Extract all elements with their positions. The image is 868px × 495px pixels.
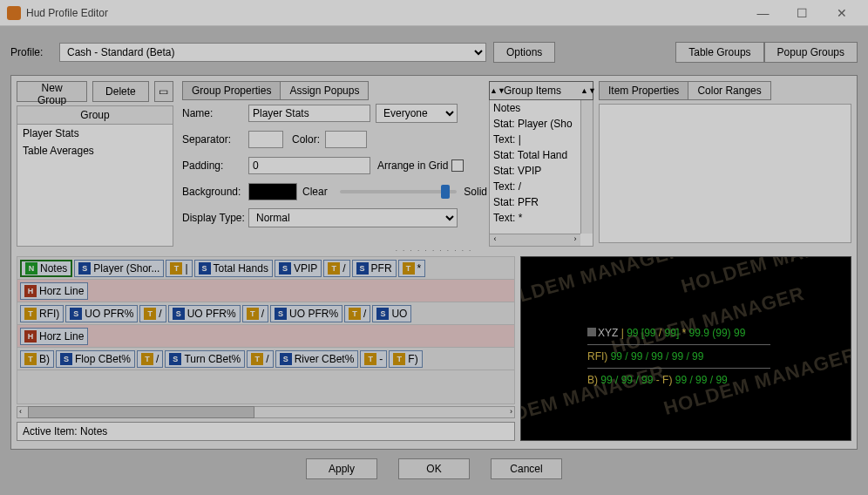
new-group-button[interactable]: New Group	[17, 81, 87, 102]
builder-chip[interactable]: T/	[139, 305, 166, 322]
builder-chip[interactable]: SFlop CBet%	[56, 350, 135, 368]
chip-type-icon: S	[275, 308, 287, 320]
sort-icon[interactable]: ▲▼	[490, 86, 502, 95]
chip-label: Notes	[40, 262, 67, 275]
cancel-button[interactable]: Cancel	[491, 458, 562, 479]
arrange-checkbox[interactable]	[451, 159, 464, 172]
builder-chip[interactable]: T/	[344, 305, 370, 322]
apply-button[interactable]: Apply	[306, 458, 377, 479]
padding-input[interactable]	[248, 157, 370, 174]
chip-label: UO PFR%	[85, 308, 133, 320]
display-type-label: Display Type:	[182, 212, 248, 224]
sort-icon-r[interactable]: ▲▼	[580, 86, 593, 95]
group-item[interactable]: Stat: VPIP	[490, 163, 593, 179]
builder-chip[interactable]: SVPIP	[275, 260, 322, 277]
builder-chip[interactable]: T|	[166, 260, 192, 277]
group-items-list: NotesStat: Player (ShoText: |Stat: Total…	[489, 100, 593, 247]
chip-type-icon: T	[170, 262, 182, 275]
builder-chip[interactable]: T -	[360, 350, 387, 368]
builder-chip[interactable]: T/	[247, 350, 273, 368]
group-list: Player Stats Table Averages	[17, 125, 173, 247]
name-input[interactable]	[248, 105, 370, 122]
minimize-button[interactable]: —	[743, 1, 783, 25]
chip-type-icon: S	[70, 308, 82, 320]
h-scrollbar[interactable]: ‹›	[490, 234, 580, 246]
chip-label: /	[363, 308, 366, 320]
chip-type-icon: S	[280, 353, 292, 365]
name-label: Name:	[182, 107, 248, 119]
chip-type-icon: T	[251, 353, 263, 365]
group-item[interactable]: Stat: Player (Sho	[490, 116, 593, 132]
builder-chip[interactable]: NNotes	[20, 260, 72, 277]
chip-type-icon: S	[78, 262, 91, 275]
builder-chip[interactable]: T/	[137, 350, 163, 368]
builder-chip[interactable]: SUO	[372, 305, 411, 322]
display-type-select[interactable]: Normal	[248, 208, 458, 227]
group-extra-button[interactable]: ▭	[154, 81, 173, 102]
builder-chip[interactable]: T*	[398, 260, 426, 277]
popup-groups-button[interactable]: Popup Groups	[764, 42, 858, 63]
group-item[interactable]: Text: *	[490, 210, 593, 226]
builder-chip[interactable]: HHorz Line	[20, 282, 88, 300]
group-item-table-avg[interactable]: Table Averages	[17, 142, 173, 159]
tab-group-properties[interactable]: Group Properties	[182, 81, 281, 100]
builder-chip[interactable]: SPFR	[352, 260, 397, 277]
builder-chip[interactable]: SRiver CBet%	[275, 350, 359, 368]
v-scrollbar[interactable]	[580, 100, 593, 234]
chip-type-icon: T	[393, 353, 405, 365]
builder-chip[interactable]: STotal Hands	[194, 260, 273, 277]
background-swatch[interactable]	[248, 183, 297, 200]
builder-chip[interactable]: SUO PFR%	[168, 305, 241, 322]
separator-input[interactable]	[248, 131, 283, 148]
chip-label: UO PFR%	[187, 308, 236, 320]
options-button[interactable]: Options	[493, 42, 555, 63]
ok-button[interactable]: OK	[398, 458, 470, 479]
builder-chip[interactable]: STurn CBet%	[165, 350, 245, 368]
chip-label: F)	[408, 353, 417, 365]
builder-scrollbar[interactable]: ‹›	[17, 406, 515, 418]
chip-label: /	[159, 308, 161, 320]
tab-color-ranges[interactable]: Color Ranges	[688, 81, 770, 100]
builder-chip[interactable]: TB)	[20, 350, 54, 368]
preview-panel: HOLDEM MANAGER HOLDEM MANAGER HOLDEM MAN…	[520, 256, 851, 441]
builder-chip[interactable]: SPlayer (Shor...	[74, 260, 164, 277]
chip-type-icon: T	[328, 262, 340, 275]
chip-type-icon: T	[24, 353, 37, 365]
group-items-header: ▲▼ Group Items ▲▼	[489, 81, 593, 100]
maximize-button[interactable]: ☐	[783, 1, 822, 25]
builder-chip[interactable]: TRFI)	[20, 305, 64, 322]
tab-item-properties[interactable]: Item Properties	[599, 81, 688, 100]
close-button[interactable]: ✕	[822, 1, 861, 25]
separator-color-swatch[interactable]	[325, 131, 367, 148]
group-item[interactable]: Text: /	[490, 179, 593, 194]
chip-type-icon: T	[24, 308, 37, 320]
group-item[interactable]: Stat: PFR	[490, 194, 593, 210]
builder-chip[interactable]: SUO PFR%	[270, 305, 342, 322]
color-label: Color:	[292, 133, 320, 146]
builder-chip[interactable]: T/	[323, 260, 349, 277]
opacity-slider[interactable]	[340, 190, 458, 193]
profile-select[interactable]: Cash - Standard (Beta)	[59, 43, 486, 62]
chip-type-icon: S	[199, 262, 211, 275]
chip-type-icon: T	[144, 308, 156, 320]
splitter-h[interactable]: · · · · · · · · · · ·	[17, 247, 851, 251]
group-item[interactable]: Text: |	[490, 132, 593, 147]
builder-chip[interactable]: TF)	[389, 350, 422, 368]
chip-label: B)	[39, 353, 50, 365]
builder-chip[interactable]: HHorz Line	[20, 328, 88, 345]
table-groups-button[interactable]: Table Groups	[675, 42, 763, 63]
chip-type-icon: S	[173, 308, 185, 320]
builder-row: TB)SFlop CBet%T/STurn CBet%T/SRiver CBet…	[17, 348, 514, 370]
slider-thumb[interactable]	[441, 185, 450, 199]
visibility-select[interactable]: Everyone	[376, 104, 458, 123]
item-properties-panel	[599, 104, 851, 243]
group-item[interactable]: Notes	[490, 100, 593, 116]
group-item-player-stats[interactable]: Player Stats	[17, 125, 173, 142]
active-item-label: Active Item: Notes	[23, 425, 107, 437]
tab-assign-popups[interactable]: Assign Popups	[281, 81, 369, 100]
delete-group-button[interactable]: Delete	[92, 81, 149, 102]
builder-chip[interactable]: T/	[242, 305, 268, 322]
builder-chip[interactable]: SUO PFR%	[65, 305, 138, 322]
profile-label: Profile:	[10, 46, 52, 58]
group-item[interactable]: Stat: Total Hand	[490, 147, 593, 163]
